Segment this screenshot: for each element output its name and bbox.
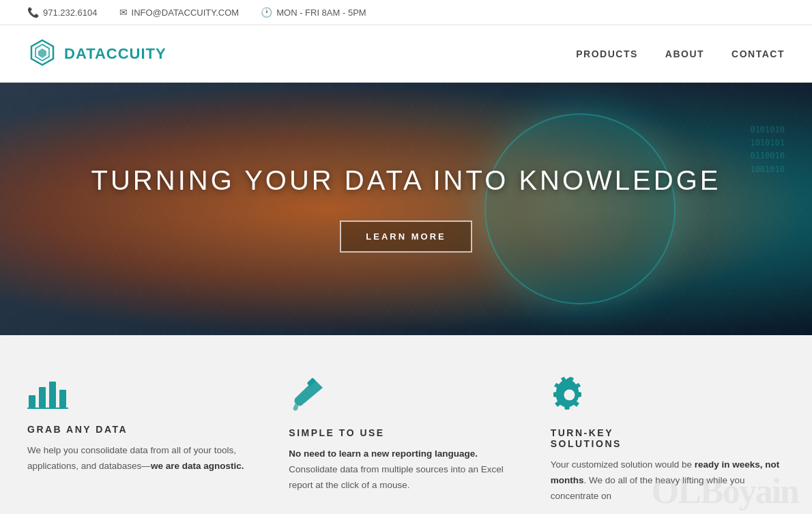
top-bar: 📞 971.232.6104 ✉ INFO@DATACCUITY.COM 🕐 M…: [0, 0, 812, 25]
phone-contact: 📞 971.232.6104: [27, 7, 98, 18]
logo[interactable]: DATACCUITY: [27, 39, 166, 69]
svg-rect-3: [29, 395, 35, 408]
grab-data-desc: We help you consolidate data from all of…: [27, 443, 261, 474]
turnkey-icon-wrap: [551, 376, 785, 416]
features-wrapper: GRAB ANY DATA We help you consolidate da…: [0, 335, 812, 514]
hero-title: TURNING YOUR DATA INTO KNOWLEDGE: [91, 165, 721, 196]
email-contact: ✉ INFO@DATACCUITY.COM: [119, 7, 240, 18]
logo-part2: CCUITY: [106, 45, 166, 62]
grab-data-title: GRAB ANY DATA: [27, 424, 261, 435]
header: DATACCUITY PRODUCTS ABOUT CONTACT: [0, 25, 812, 83]
paintbrush-icon: [289, 376, 326, 414]
logo-text: DATACCUITY: [64, 45, 166, 63]
hero-content: TURNING YOUR DATA INTO KNOWLEDGE LEARN M…: [91, 165, 721, 253]
grab-data-icon-wrap: [27, 376, 261, 413]
feature-grab-any-data: GRAB ANY DATA We help you consolidate da…: [27, 376, 261, 504]
logo-icon: [27, 39, 57, 69]
feature-simple-to-use: SIMPLE TO USE No need to learn a new rep…: [289, 376, 523, 504]
gear-icon: [551, 376, 588, 414]
turnkey-desc: Your customized solution would be ready …: [551, 457, 785, 504]
simple-use-title: SIMPLE TO USE: [289, 427, 523, 438]
svg-marker-2: [38, 48, 46, 58]
logo-part1: DATA: [64, 45, 106, 62]
email-icon: ✉: [119, 7, 128, 18]
nav-products[interactable]: PRODUCTS: [576, 48, 638, 59]
nav-contact[interactable]: CONTACT: [731, 48, 785, 59]
phone-icon: 📞: [27, 7, 39, 18]
hero-section: 0101010101010101100101001010 TURNING YOU…: [0, 83, 812, 335]
svg-rect-4: [39, 387, 46, 408]
binary-decoration: 0101010101010101100101001010: [750, 124, 785, 176]
svg-rect-6: [59, 390, 66, 408]
features-section: GRAB ANY DATA We help you consolidate da…: [0, 335, 812, 514]
turnkey-title: TURN-KEYSOLUTIONS: [551, 427, 785, 449]
learn-more-button[interactable]: LEARN MORE: [340, 220, 472, 253]
hours-contact: 🕐 MON - FRI 8AM - 5PM: [261, 7, 366, 18]
svg-point-9: [564, 390, 575, 401]
phone-number: 971.232.6104: [43, 8, 98, 18]
simple-icon-wrap: [289, 376, 523, 416]
feature-turn-key: TURN-KEYSOLUTIONS Your customized soluti…: [551, 376, 785, 504]
email-address: INFO@DATACCUITY.COM: [132, 8, 240, 18]
chart-bar-icon: [27, 376, 68, 410]
business-hours: MON - FRI 8AM - 5PM: [276, 8, 366, 18]
simple-use-desc: No need to learn a new reporting languag…: [289, 446, 523, 494]
nav-about[interactable]: ABOUT: [665, 48, 704, 59]
main-nav: PRODUCTS ABOUT CONTACT: [576, 48, 785, 59]
clock-icon: 🕐: [261, 7, 272, 18]
svg-rect-5: [49, 382, 56, 408]
